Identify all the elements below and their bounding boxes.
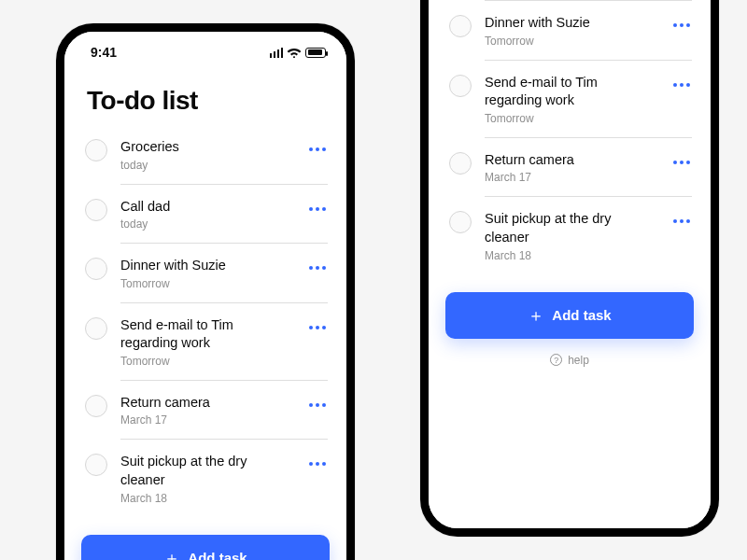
task-due: March 18	[485, 249, 658, 262]
task-checkbox[interactable]	[85, 395, 107, 417]
task-due: March 18	[120, 492, 294, 505]
task-title: Suit pickup at the dry cleaner	[485, 210, 658, 246]
task-checkbox[interactable]	[449, 211, 472, 233]
more-icon[interactable]	[307, 202, 328, 217]
task-title: Dinner with Suzie	[120, 257, 294, 275]
task-due: Tomorrow	[120, 355, 294, 368]
status-time: 9:41	[91, 45, 117, 60]
phone-frame-bottom: Groceries today Call dad today Dinner wi…	[420, 0, 719, 537]
more-icon[interactable]	[671, 77, 692, 92]
more-icon[interactable]	[307, 142, 328, 157]
more-icon[interactable]	[671, 155, 692, 170]
task-title: Dinner with Suzie	[485, 14, 658, 33]
help-link[interactable]: ? help	[429, 339, 711, 387]
task-checkbox[interactable]	[449, 75, 472, 97]
add-task-button[interactable]: ＋ Add task	[445, 292, 694, 339]
status-bar: 9:41	[64, 32, 346, 65]
screen: Groceries today Call dad today Dinner wi…	[429, 0, 711, 528]
task-checkbox[interactable]	[85, 199, 107, 221]
task-list: Groceries today Call dad today Dinner wi…	[429, 0, 711, 275]
plus-icon: ＋	[163, 550, 180, 561]
task-due: Tomorrow	[120, 277, 294, 290]
task-row[interactable]: Send e-mail to Tim regarding work Tomorr…	[64, 303, 346, 381]
cellular-icon	[270, 48, 284, 58]
task-title: Return camera	[120, 394, 294, 413]
task-title: Return camera	[485, 151, 658, 170]
task-checkbox[interactable]	[449, 15, 472, 37]
task-row[interactable]: Groceries today	[64, 125, 346, 185]
task-due: Tomorrow	[485, 35, 658, 48]
more-icon[interactable]	[307, 320, 328, 335]
help-icon: ?	[550, 354, 562, 366]
task-title: Groceries	[120, 138, 294, 157]
task-checkbox[interactable]	[85, 454, 107, 476]
battery-icon	[305, 48, 326, 58]
task-row[interactable]: Return camera March 17	[64, 381, 346, 441]
phone-frame-top: 9:41 To-do list Groceries today	[56, 23, 355, 560]
more-icon[interactable]	[307, 260, 328, 275]
more-icon[interactable]	[671, 18, 692, 33]
add-task-label: Add task	[188, 550, 247, 560]
task-row[interactable]: Call dad today	[64, 185, 346, 245]
more-icon[interactable]	[307, 398, 328, 413]
task-checkbox[interactable]	[449, 152, 472, 175]
more-icon[interactable]	[671, 214, 692, 229]
task-due: today	[120, 159, 294, 172]
task-title: Send e-mail to Tim regarding work	[485, 74, 658, 110]
add-task-label: Add task	[552, 307, 611, 323]
task-row[interactable]: Dinner with Suzie Tomorrow	[64, 244, 346, 303]
add-task-button[interactable]: ＋ Add task	[81, 535, 330, 561]
status-icons	[270, 47, 327, 58]
task-title: Call dad	[120, 198, 294, 217]
task-checkbox[interactable]	[85, 317, 107, 340]
help-label: help	[568, 354, 589, 367]
task-checkbox[interactable]	[85, 258, 107, 280]
page-title: To-do list	[64, 65, 346, 125]
task-row[interactable]: Return camera March 17	[429, 138, 711, 198]
task-checkbox[interactable]	[85, 139, 107, 161]
more-icon[interactable]	[307, 456, 328, 471]
task-due: Tomorrow	[485, 112, 658, 125]
task-row[interactable]: Suit pickup at the dry cleaner March 18	[429, 197, 711, 274]
task-row[interactable]: Suit pickup at the dry cleaner March 18	[64, 440, 346, 517]
task-due: today	[120, 217, 294, 231]
task-due: March 17	[485, 171, 658, 184]
wifi-icon	[287, 47, 302, 58]
task-title: Send e-mail to Tim regarding work	[120, 316, 294, 353]
screen: 9:41 To-do list Groceries today	[64, 32, 346, 560]
task-list: Groceries today Call dad today Dinner wi…	[64, 125, 346, 518]
plus-icon: ＋	[528, 307, 544, 324]
task-row[interactable]: Dinner with Suzie Tomorrow	[429, 1, 711, 61]
task-title: Suit pickup at the dry cleaner	[120, 453, 294, 489]
task-row[interactable]: Send e-mail to Tim regarding work Tomorr…	[429, 61, 711, 138]
task-due: March 17	[120, 413, 294, 427]
